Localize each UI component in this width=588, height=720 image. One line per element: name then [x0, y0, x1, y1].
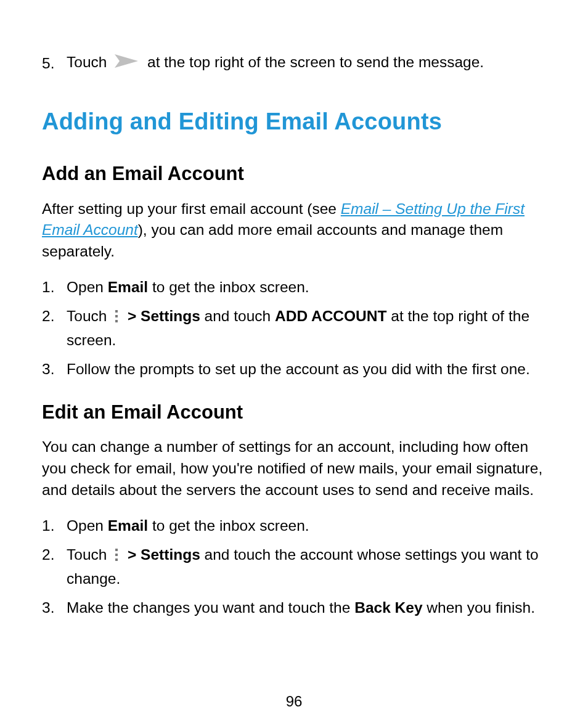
list-item: 2. Touch > Settings and touch the accoun… — [42, 544, 546, 589]
send-step: 5. Touch at the top right of the screen … — [42, 51, 546, 76]
svg-rect-4 — [115, 549, 118, 551]
edit-intro: You can change a number of settings for … — [42, 436, 546, 501]
text: and touch — [200, 308, 275, 324]
svg-rect-5 — [115, 554, 118, 556]
page-number: 96 — [0, 693, 588, 710]
edit-steps: 1. Open Email to get the inbox screen. 2… — [42, 515, 546, 619]
text: at the top right of the screen to send t… — [143, 54, 484, 70]
list-item: 1. Open Email to get the inbox screen. — [42, 515, 546, 537]
list-number: 2. — [42, 305, 54, 327]
bold: > Settings — [128, 546, 200, 563]
bold: ADD ACCOUNT — [275, 308, 386, 324]
svg-marker-0 — [115, 54, 138, 68]
text — [123, 546, 128, 563]
text: to get the inbox screen. — [148, 279, 309, 295]
text: Touch — [67, 54, 107, 70]
overflow-menu-icon — [112, 307, 121, 329]
svg-rect-3 — [115, 320, 118, 322]
list-item: 3. Follow the prompts to set up the acco… — [42, 358, 546, 380]
text: Open — [67, 517, 108, 534]
list-number: 3. — [42, 358, 54, 380]
text: Make the changes you want and touch the — [67, 599, 354, 616]
list-item: 3. Make the changes you want and touch t… — [42, 597, 546, 619]
text: After setting up your first email accoun… — [42, 200, 341, 217]
text: Touch — [67, 546, 111, 563]
svg-rect-2 — [115, 315, 118, 317]
send-icon — [113, 52, 139, 76]
text: Touch — [67, 308, 111, 324]
list-number: 5. — [42, 52, 54, 75]
list-item: 1. Open Email to get the inbox screen. — [42, 276, 546, 298]
heading-adding-editing: Adding and Editing Email Accounts — [42, 105, 546, 138]
add-steps: 1. Open Email to get the inbox screen. 2… — [42, 276, 546, 380]
text: Open — [67, 279, 108, 295]
list-number: 1. — [42, 276, 54, 298]
list-number: 3. — [42, 597, 54, 619]
svg-rect-1 — [115, 310, 118, 313]
list-number: 1. — [42, 515, 54, 537]
bold: Back Key — [354, 599, 422, 616]
text — [123, 308, 128, 324]
text: Follow the prompts to set up the account… — [67, 361, 530, 377]
heading-add-account: Add an Email Account — [42, 160, 546, 187]
overflow-menu-icon — [112, 546, 121, 568]
add-intro: After setting up your first email accoun… — [42, 198, 546, 263]
heading-edit-account: Edit an Email Account — [42, 399, 546, 425]
svg-rect-6 — [115, 558, 118, 561]
bold: Email — [108, 517, 148, 534]
bold: > Settings — [128, 308, 200, 324]
list-item: 2. Touch > Settings and touch ADD ACCOUN… — [42, 305, 546, 351]
list-number: 2. — [42, 544, 54, 566]
text: when you finish. — [423, 599, 536, 616]
text: to get the inbox screen. — [148, 517, 309, 534]
bold: Email — [108, 279, 148, 295]
